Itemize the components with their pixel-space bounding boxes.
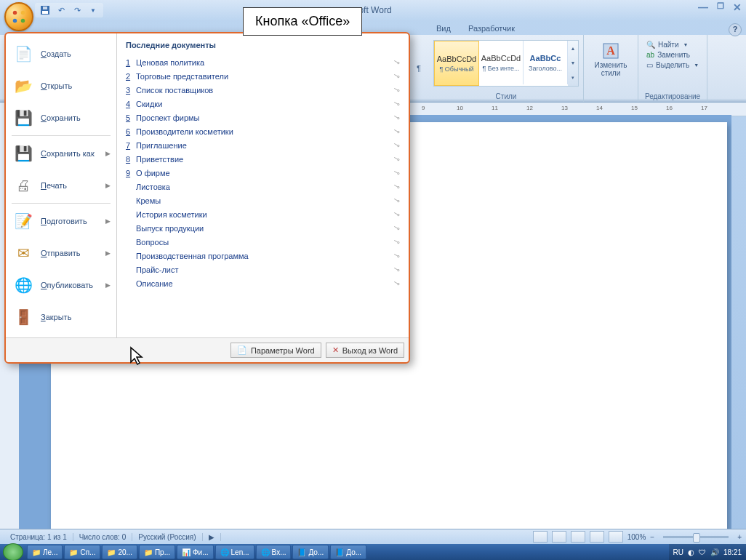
taskbar-item[interactable]: 📊Фи... xyxy=(177,545,214,559)
maximize-button[interactable]: ❐ xyxy=(717,1,724,13)
recent-document[interactable]: 7Приглашение⊸ xyxy=(117,138,409,152)
recent-document[interactable]: Кремы⊸ xyxy=(117,193,409,207)
svg-rect-6 xyxy=(43,7,47,9)
recent-document[interactable]: 6Производители косметики⊸ xyxy=(117,124,409,138)
menu-icon: ✉ xyxy=(13,243,33,263)
pin-icon[interactable]: ⊸ xyxy=(391,278,401,289)
taskbar-item[interactable]: 📁20... xyxy=(102,545,137,559)
taskbar-item[interactable]: 📁Ле... xyxy=(27,545,63,559)
recent-document[interactable]: 3Список поставщиков⊸ xyxy=(117,83,409,97)
tray-icon[interactable]: ◐ xyxy=(688,548,694,556)
svg-point-3 xyxy=(21,19,25,23)
replace-button[interactable]: abЗаменить xyxy=(644,50,701,60)
tray-clock[interactable]: 18:21 xyxy=(723,548,742,556)
view-outline[interactable] xyxy=(590,531,604,543)
menu-сохранить-как[interactable]: 💾Сохранить как▶ xyxy=(6,137,116,169)
view-full-screen[interactable] xyxy=(552,531,566,543)
paragraph-mark-icon[interactable]: ¶ xyxy=(409,35,429,102)
view-print-layout[interactable] xyxy=(533,531,548,543)
menu-опубликовать[interactable]: 🌐Опубликовать▶ xyxy=(6,269,116,301)
menu-подготовить[interactable]: 📝Подготовить▶ xyxy=(6,205,116,237)
zoom-level[interactable]: 100% xyxy=(627,533,646,541)
pin-icon[interactable]: ⊸ xyxy=(391,153,401,165)
status-macro-icon[interactable]: ▶ xyxy=(203,533,221,541)
tray-volume-icon[interactable]: 🔊 xyxy=(710,548,719,556)
pin-icon[interactable]: ⊸ xyxy=(391,209,401,220)
style-no-spacing[interactable]: AaBbCcDd¶ Без инте... xyxy=(479,41,524,84)
pin-icon[interactable]: ⊸ xyxy=(391,223,401,234)
pin-icon[interactable]: ⊸ xyxy=(391,84,401,96)
exit-word-button[interactable]: ✕Выход из Word xyxy=(326,343,404,358)
taskbar-item[interactable]: 🌐Вх... xyxy=(256,545,292,559)
recent-document[interactable]: 1Ценовая политика⊸ xyxy=(117,55,409,69)
pin-icon[interactable]: ⊸ xyxy=(391,112,401,124)
recent-document[interactable]: 2Торговые представители⊸ xyxy=(117,69,409,83)
change-styles-button[interactable]: A Изменить стили xyxy=(588,38,633,80)
pin-icon[interactable]: ⊸ xyxy=(391,71,401,82)
pin-icon[interactable]: ⊸ xyxy=(391,126,401,137)
pin-icon[interactable]: ⊸ xyxy=(391,250,401,262)
view-web[interactable] xyxy=(571,531,585,543)
menu-сохранить[interactable]: 💾Сохранить xyxy=(6,102,116,134)
recent-document[interactable]: 9О фирме⊸ xyxy=(117,166,409,180)
pin-icon[interactable]: ⊸ xyxy=(391,181,401,193)
redo-icon[interactable]: ↷ xyxy=(71,4,83,16)
status-words[interactable]: Число слов: 0 xyxy=(73,533,132,541)
pin-icon[interactable]: ⊸ xyxy=(391,57,401,68)
pin-icon[interactable]: ⊸ xyxy=(391,167,401,179)
taskbar-item[interactable]: 📘До... xyxy=(292,545,329,559)
tray-icon[interactable]: 🛡 xyxy=(699,548,706,556)
pin-icon[interactable]: ⊸ xyxy=(391,140,401,151)
pin-icon[interactable]: ⊸ xyxy=(391,195,401,207)
office-button[interactable] xyxy=(4,2,33,31)
qat-dropdown-icon[interactable]: ▼ xyxy=(87,4,99,16)
editing-group: 🔍Найти▼ abЗаменить ▭Выделить▼ Редактиров… xyxy=(638,35,707,102)
pin-icon[interactable]: ⊸ xyxy=(391,98,401,110)
menu-печать[interactable]: 🖨Печать▶ xyxy=(6,169,116,201)
pin-icon[interactable]: ⊸ xyxy=(391,264,401,276)
minimize-button[interactable]: ― xyxy=(698,1,708,13)
style-normal[interactable]: AaBbCcDd¶ Обычный xyxy=(434,41,479,86)
menu-отправить[interactable]: ✉Отправить▶ xyxy=(6,237,116,269)
recent-document[interactable]: 4Скидки⊸ xyxy=(117,97,409,111)
view-draft[interactable] xyxy=(609,531,623,543)
recent-document[interactable]: Прайс-лист⊸ xyxy=(117,263,409,276)
style-gallery-more[interactable]: ▲▼▾ xyxy=(568,41,578,86)
select-button[interactable]: ▭Выделить▼ xyxy=(644,60,701,70)
zoom-out-button[interactable]: − xyxy=(650,533,654,541)
save-icon[interactable] xyxy=(39,4,51,16)
recent-document[interactable]: Выпуск продукции⊸ xyxy=(117,221,409,235)
style-gallery[interactable]: AaBbCcDd¶ Обычный AaBbCcDd¶ Без инте... … xyxy=(433,40,579,87)
menu-закрыть[interactable]: 🚪Закрыть xyxy=(6,301,116,333)
zoom-in-button[interactable]: + xyxy=(737,533,742,541)
taskbar-item[interactable]: 📁Пр... xyxy=(139,545,175,559)
close-button[interactable]: ✕ xyxy=(733,1,742,13)
tab-view[interactable]: Вид xyxy=(428,22,460,35)
recent-document[interactable]: Описание⊸ xyxy=(117,276,409,290)
word-options-button[interactable]: 📄Параметры Word xyxy=(230,343,321,358)
menu-открыть[interactable]: 📂Открыть xyxy=(6,70,116,102)
zoom-slider[interactable] xyxy=(663,536,729,538)
find-button[interactable]: 🔍Найти▼ xyxy=(644,40,701,49)
recent-document[interactable]: 5Проспект фирмы⊸ xyxy=(117,111,409,124)
recent-document[interactable]: Производственная программа⊸ xyxy=(117,249,409,263)
status-language[interactable]: Русский (Россия) xyxy=(132,533,202,541)
style-heading[interactable]: AaBbCcЗаголово... xyxy=(524,41,568,84)
taskbar-item[interactable]: 📘До... xyxy=(330,545,366,559)
recent-document[interactable]: Листовка⊸ xyxy=(117,180,409,193)
start-button[interactable] xyxy=(3,543,23,560)
menu-создать[interactable]: 📄Создать xyxy=(6,38,116,70)
recent-document[interactable]: История косметики⊸ xyxy=(117,207,409,221)
recent-document[interactable]: 8Приветствие⊸ xyxy=(117,152,409,166)
title-bar: ↶ ↷ ▼ soft Word ― ❐ ✕ xyxy=(0,0,746,20)
taskbar-item[interactable]: 🌐Len... xyxy=(215,545,254,559)
recent-document[interactable]: Вопросы⊸ xyxy=(117,235,409,249)
tab-developer[interactable]: Разработчик xyxy=(460,22,524,35)
undo-icon[interactable]: ↶ xyxy=(55,4,67,16)
help-icon[interactable]: ? xyxy=(729,23,742,36)
status-page[interactable]: Страница: 1 из 1 xyxy=(4,533,73,541)
menu-icon: 🚪 xyxy=(13,307,33,327)
taskbar-item[interactable]: 📁Сп... xyxy=(64,545,100,559)
pin-icon[interactable]: ⊸ xyxy=(391,236,401,248)
tray-lang[interactable]: RU xyxy=(673,548,683,556)
